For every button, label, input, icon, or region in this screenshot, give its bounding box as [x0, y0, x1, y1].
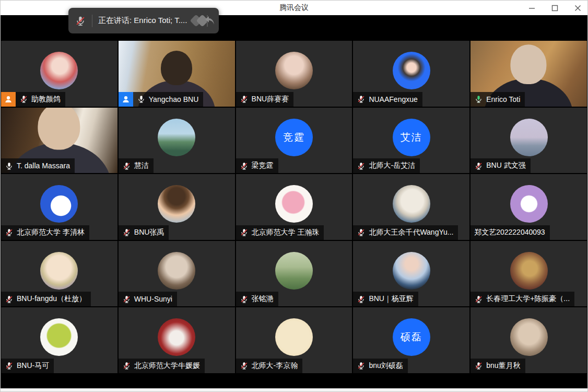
participant-nameplate: 助教颜鸽 — [16, 92, 65, 107]
participant-nameplate-row: BNU-马可 — [1, 359, 54, 373]
maximize-button[interactable] — [550, 3, 559, 13]
participant-name: T. dalla Massara — [17, 162, 70, 170]
participant-nameplate-row: Enrico Toti — [471, 92, 525, 107]
participant-avatar — [393, 252, 430, 290]
minimize-button[interactable] — [527, 3, 536, 13]
overlap-shapes-icon — [189, 12, 216, 30]
participant-avatar — [40, 52, 78, 89]
participant-avatar — [393, 52, 430, 89]
participant-tile[interactable]: BNU｜杨亚辉 — [353, 241, 469, 307]
person-icon — [4, 95, 13, 103]
participant-tile[interactable]: 北师大-李京翰 — [236, 307, 352, 373]
participant-nameplate: 北京师范大学 王瀚珠 — [236, 225, 324, 240]
speaking-toast[interactable]: 正在讲话: Enrico Toti; T.... — [68, 8, 219, 33]
participant-nameplate-row: 北师大-岳艾洁 — [353, 158, 420, 173]
participant-nameplate: 张铭滟 — [236, 292, 278, 306]
participant-avatar — [510, 318, 548, 356]
participant-nameplate: Enrico Toti — [471, 92, 525, 107]
participant-tile[interactable]: Yangchao BNU — [119, 41, 235, 107]
participant-nameplate-row: 北师大王余千代WangYu... — [353, 225, 458, 240]
mic-status-icon — [5, 162, 14, 170]
mic-status-icon — [122, 162, 131, 170]
participant-avatar — [40, 185, 78, 223]
avatar-initials: 竞霆 — [283, 131, 305, 144]
mic-status-icon — [474, 95, 483, 103]
participant-name: 北京师范大学 李清林 — [17, 228, 85, 237]
participant-nameplate-row: Yangchao BNU — [119, 92, 203, 107]
person-icon — [122, 95, 130, 103]
participant-tile[interactable]: 慧洁 — [119, 108, 235, 174]
role-person-badge — [1, 92, 16, 107]
participant-avatar — [158, 119, 195, 156]
participant-nameplate: 北师大-岳艾洁 — [353, 158, 420, 173]
participant-tile[interactable]: 艾洁 北师大-岳艾洁 — [353, 108, 469, 174]
participant-nameplate-row: 梁竞霆 — [236, 158, 278, 173]
participant-tile[interactable]: BNU张禹 — [119, 174, 235, 240]
participant-nameplate: BNU-fangdu（杜放） — [1, 292, 91, 306]
participant-tile[interactable]: bnu董月秋 — [471, 307, 587, 373]
participant-tile[interactable]: 长春理工大学+陈振豪（... — [471, 241, 587, 307]
mic-status-icon — [240, 361, 249, 370]
participant-tile[interactable]: NUAAFengxue — [353, 41, 469, 107]
participant-avatar — [393, 185, 430, 223]
mic-muted-icon — [75, 15, 86, 27]
participant-tile[interactable]: BNU-马可 — [1, 307, 117, 373]
participant-avatar — [158, 252, 195, 290]
participant-name: 长春理工大学+陈振豪（... — [486, 294, 570, 304]
participant-name: 北师大王余千代WangYu... — [369, 228, 453, 237]
mic-status-icon — [357, 95, 366, 103]
participant-nameplate: BNU张禹 — [119, 225, 169, 240]
participant-nameplate: WHU-Sunyi — [119, 292, 177, 306]
participant-nameplate: bnu刘硕磊 — [353, 359, 407, 373]
avatar-initials: 硕磊 — [401, 330, 422, 344]
participant-nameplate: Yangchao BNU — [133, 92, 203, 107]
participant-avatar — [40, 318, 78, 356]
participant-name: BNU 武文强 — [486, 161, 525, 170]
participant-nameplate: 长春理工大学+陈振豪（... — [471, 292, 574, 306]
participant-nameplate: 北京师范大学牛媛媛 — [119, 359, 205, 373]
speaking-label: 正在讲话: Enrico Toti; T.... — [98, 16, 187, 26]
window-bottom-edge — [1, 388, 587, 391]
participant-tile[interactable]: 张铭滟 — [236, 241, 352, 307]
participant-name: 慧洁 — [134, 161, 149, 170]
close-button[interactable] — [573, 3, 582, 13]
participant-nameplate-row: 北京师范大学牛媛媛 — [119, 359, 205, 373]
participant-tile[interactable]: BNU-fangdu（杜放） — [1, 241, 117, 307]
participant-nameplate-row: BNU 武文强 — [471, 158, 530, 173]
participant-nameplate: 北师大-李京翰 — [236, 359, 303, 373]
mic-status-icon — [240, 228, 249, 237]
participant-nameplate-row: bnu刘硕磊 — [353, 359, 407, 373]
participant-name: BNU张禹 — [134, 228, 164, 237]
participant-tile[interactable]: BNU 武文强 — [471, 108, 587, 174]
participant-name: 梁竞霆 — [252, 161, 274, 170]
participant-nameplate: 梁竞霆 — [236, 158, 278, 173]
participant-nameplate: 北师大王余千代WangYu... — [353, 225, 458, 240]
mic-status-icon — [122, 361, 131, 370]
participant-tile[interactable]: 北京师范大学 王瀚珠 — [236, 174, 352, 240]
participant-tile[interactable]: 北师大王余千代WangYu... — [353, 174, 469, 240]
participant-tile[interactable]: BNU薛赛赛 — [236, 41, 352, 107]
participant-tile[interactable]: WHU-Sunyi — [119, 241, 235, 307]
participant-avatar — [158, 318, 195, 356]
participant-nameplate-row: NUAAFengxue — [353, 92, 422, 107]
participant-nameplate-row: 北京师范大学 李清林 — [1, 225, 89, 240]
participant-tile[interactable]: T. dalla Massara — [1, 108, 117, 174]
participant-name: 北师大-李京翰 — [252, 361, 298, 371]
mic-status-icon — [357, 162, 366, 170]
participant-tile[interactable]: 助教颜鸽 — [1, 41, 117, 107]
participant-nameplate-row: BNU张禹 — [119, 225, 169, 240]
mic-status-icon — [357, 228, 366, 237]
mic-status-icon — [474, 361, 483, 370]
participant-nameplate: 郑文艺202222040093 — [471, 225, 549, 240]
participant-avatar: 硕磊 — [393, 318, 430, 356]
participant-tile[interactable]: 郑文艺202222040093 — [471, 174, 587, 240]
participant-tile[interactable]: 竞霆 梁竞霆 — [236, 108, 352, 174]
participant-tile[interactable]: Enrico Toti — [471, 41, 587, 107]
participant-tile[interactable]: 北京师范大学牛媛媛 — [119, 307, 235, 373]
participant-nameplate: bnu董月秋 — [471, 359, 525, 373]
participant-nameplate: BNU 武文强 — [471, 158, 530, 173]
mic-status-icon — [240, 295, 249, 304]
participant-tile[interactable]: 硕磊 bnu刘硕磊 — [353, 307, 469, 373]
participant-tile[interactable]: 北京师范大学 李清林 — [1, 174, 117, 240]
participant-name: 北京师范大学牛媛媛 — [134, 361, 200, 371]
